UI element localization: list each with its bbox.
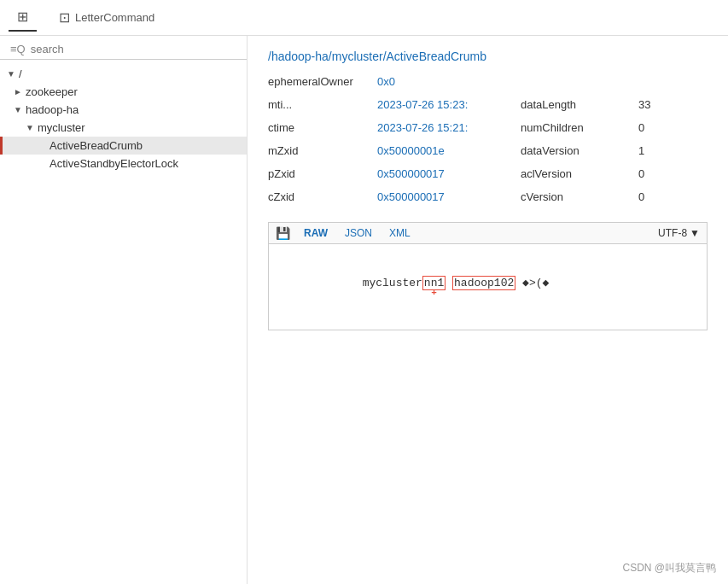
right-panel: /hadoop-ha/mycluster/ActiveBreadCrumb ep… xyxy=(248,36,728,584)
tree-arrow-hadoop-ha: ▼ xyxy=(14,105,26,114)
tree-label-hadoop-ha: hadoop-ha xyxy=(26,103,79,116)
content-toolbar: 💾 RAW JSON XML UTF-8 ▼ xyxy=(269,223,707,244)
prop-value-czxid: 0x500000017 xyxy=(377,190,514,203)
prop-label-pzxid: pZxid xyxy=(268,167,370,180)
tree-arrow-zookeeper: ► xyxy=(14,87,26,96)
tree-label-root: / xyxy=(19,67,22,80)
search-input[interactable] xyxy=(31,43,236,55)
prop-label-mzxid: mZxid xyxy=(268,144,370,157)
left-panel: ≡Q ▼ / ► zookeeper ▼ hadoop-ha ▼ xyxy=(0,36,248,584)
tree-item-root[interactable]: ▼ / xyxy=(0,65,247,83)
prop-value-pzxid: 0x500000017 xyxy=(377,167,514,180)
prop-label-aclversion: aclVersion xyxy=(521,167,632,180)
tree-label-activestandby: ActiveStandbyElectorLock xyxy=(50,157,178,170)
prop-value-mzxid: 0x50000001e xyxy=(377,144,514,157)
prop-value-numchildren: 0 xyxy=(638,121,690,134)
content-segment-nn1-box: nn1+ xyxy=(422,276,446,290)
prop-label-cversion: cVersion xyxy=(521,190,632,203)
prop-value-ctime: 2023-07-26 15:21: xyxy=(377,121,514,134)
format-xml-button[interactable]: XML xyxy=(386,226,414,240)
tree-item-mycluster[interactable]: ▼ mycluster xyxy=(0,119,247,137)
tree-item-hadoop-ha[interactable]: ▼ hadoop-ha xyxy=(0,101,247,119)
format-raw-button[interactable]: RAW xyxy=(300,226,331,240)
content-line: myclusternn1+ hadoop102 ◆>(◆ xyxy=(282,277,549,303)
prop-value-dataversion: 1 xyxy=(638,144,690,157)
content-area: 💾 RAW JSON XML UTF-8 ▼ xyxy=(268,222,708,330)
tree-label-zookeeper: zookeeper xyxy=(26,85,78,98)
save-icon[interactable]: 💾 xyxy=(276,226,290,240)
prop-label-datalength: dataLength xyxy=(521,98,632,111)
prop-value-datalength: 33 xyxy=(638,98,690,111)
tree-icon: ⊞ xyxy=(17,9,28,25)
tree-label-activebreadcrumb: ActiveBreadCrumb xyxy=(50,139,143,152)
content-segment-hadoop102-box: hadoop102 xyxy=(452,276,515,290)
content-annotation-area: myclusternn1+ hadoop102 ◆>(◆ xyxy=(269,253,707,330)
tree-arrow-mycluster: ▼ xyxy=(26,123,38,132)
encoding-dropdown-icon: ▼ xyxy=(690,227,700,239)
watermark: CSDN @叫我莫言鸭 xyxy=(622,561,716,575)
prop-label-numchildren: numChildren xyxy=(521,121,632,134)
prop-value-mti: 2023-07-26 15:23: xyxy=(377,98,514,111)
prop-label-dataversion: dataVersion xyxy=(521,144,632,157)
encoding-selector[interactable]: UTF-8 ▼ xyxy=(658,227,700,239)
search-icon: ≡Q xyxy=(10,43,26,55)
prop-label-ctime: ctime xyxy=(268,121,370,134)
format-json-button[interactable]: JSON xyxy=(341,226,376,240)
tree-label-mycluster: mycluster xyxy=(38,121,85,134)
search-bar: ≡Q xyxy=(0,36,247,60)
content-segment-mycluster: mycluster xyxy=(363,277,422,289)
letter-icon: ⊡ xyxy=(59,9,70,26)
prop-label-ephemeralowner: ephemeralOwner xyxy=(268,75,370,88)
encoding-label: UTF-8 xyxy=(658,227,687,239)
properties-grid: ephemeralOwner 0x0 mti... 2023-07-26 15:… xyxy=(268,75,708,203)
prop-value-cversion: 0 xyxy=(638,190,690,203)
prop-value-ephemeralowner: 0x0 xyxy=(377,75,514,88)
tab-letter-label: LetterCommand xyxy=(75,11,154,24)
content-segment-rest: ◆>(◆ xyxy=(515,277,549,289)
tab-tree[interactable]: ⊞ xyxy=(9,3,37,32)
prop-label-czxid: cZxid xyxy=(268,190,370,203)
tree-arrow-root: ▼ xyxy=(7,69,19,79)
content-text: myclusternn1+ hadoop102 ◆>(◆ xyxy=(269,253,707,321)
tree-item-activebreadcrumb[interactable]: ActiveBreadCrumb xyxy=(0,137,247,155)
tree-item-zookeeper[interactable]: ► zookeeper xyxy=(0,83,247,101)
prop-value-aclversion: 0 xyxy=(638,167,690,180)
prop-label-mti: mti... xyxy=(268,98,370,111)
top-tabs: ⊞ ⊡ LetterCommand xyxy=(0,0,728,36)
content-dot1 xyxy=(446,277,452,289)
tab-letter[interactable]: ⊡ LetterCommand xyxy=(50,4,163,31)
file-tree: ▼ / ► zookeeper ▼ hadoop-ha ▼ mycluster xyxy=(0,60,247,584)
path-heading: /hadoop-ha/mycluster/ActiveBreadCrumb xyxy=(268,50,708,63)
tree-item-activestandby[interactable]: ActiveStandbyElectorLock xyxy=(0,155,247,172)
main-layout: ≡Q ▼ / ► zookeeper ▼ hadoop-ha ▼ xyxy=(0,36,728,584)
